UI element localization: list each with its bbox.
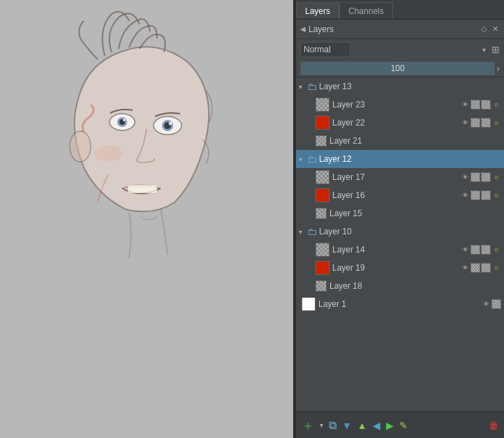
layer-thumb-layer19 [316, 261, 329, 275]
layer-icons-layer22: 👁 α [460, 118, 501, 128]
canvas-area [0, 0, 293, 438]
layer-icons-layer14: 👁 α [460, 245, 501, 255]
layer-options-icon[interactable]: ⊞ [491, 44, 500, 55]
layer-name-layer19: Layer 19 [332, 263, 460, 273]
folder-icon-layer12: 🗀 [307, 153, 317, 165]
mini-thumb1-layer19 [470, 263, 480, 273]
layer-thumb-layer21 [316, 135, 327, 146]
layer-item-layer21[interactable]: Layer 21 [296, 132, 504, 150]
layer-name-layer12: Layer 12 [319, 154, 501, 164]
layer-thumb-layer16 [316, 188, 329, 202]
blend-mode-select[interactable]: Normal Dissolve Multiply Screen Overlay [300, 42, 350, 57]
layer-name-layer16: Layer 16 [332, 190, 460, 200]
eye-icon-layer16[interactable]: 👁 [460, 190, 470, 200]
opacity-value: 100 [301, 63, 494, 73]
layer-list[interactable]: ▾ 🗀 Layer 13 Layer 23 👁 α Layer 22 👁 α [296, 77, 504, 411]
eye-icon-layer17[interactable]: 👁 [460, 172, 470, 182]
mini-thumb1-layer1 [491, 299, 501, 309]
svg-point-4 [123, 119, 126, 121]
layer-thumb-layer14 [316, 243, 329, 257]
add-layer-button[interactable]: ＋ [300, 416, 316, 435]
layer-name-layer17: Layer 17 [332, 172, 460, 182]
eye-icon-layer19[interactable]: 👁 [460, 263, 470, 273]
layer-name-layer23: Layer 23 [332, 100, 460, 110]
folder-icon-layer10: 🗀 [307, 226, 317, 237]
layer-item-layer1[interactable]: Layer 1 👁 [296, 295, 504, 313]
alpha-icon-layer17[interactable]: α [491, 172, 501, 182]
edit-layer-button[interactable]: ✎ [398, 418, 409, 432]
blend-mode-wrapper[interactable]: Normal Dissolve Multiply Screen Overlay [300, 42, 489, 57]
layer-item-layer16[interactable]: Layer 16 👁 α [296, 186, 504, 204]
layer-thumb-layer17 [316, 170, 329, 184]
mini-thumb1-layer14 [470, 245, 480, 255]
eye-icon-layer1[interactable]: 👁 [481, 299, 491, 309]
opacity-slider[interactable]: 100 [300, 61, 495, 75]
delete-layer-button[interactable]: 🗑 [487, 418, 500, 432]
mini-thumb2-layer23 [481, 100, 491, 110]
mini-thumb1-layer17 [470, 172, 480, 182]
panel-close-icon[interactable]: ✕ [491, 24, 500, 34]
mini-thumb2-layer14 [481, 245, 491, 255]
alpha-icon-layer22[interactable]: α [491, 118, 501, 128]
layer-group-layer10[interactable]: ▾ 🗀 Layer 10 [296, 222, 504, 241]
layer-thumb-layer23 [316, 98, 329, 112]
layer-group-layer13[interactable]: ▾ 🗀 Layer 13 [296, 77, 504, 96]
move-up-button[interactable]: ▲ [356, 418, 369, 432]
layer-icons-layer17: 👁 α [460, 172, 501, 182]
layer-thumb-layer18 [316, 280, 327, 292]
eye-icon-layer22[interactable]: 👁 [460, 118, 470, 128]
layer-name-layer1: Layer 1 [318, 299, 481, 309]
move-left-button[interactable]: ◀ [371, 418, 382, 432]
layer-thumb-layer15 [316, 208, 327, 219]
layer-item-layer15[interactable]: Layer 15 [296, 204, 504, 222]
panel-collapse-icon[interactable]: ◀ [300, 25, 306, 33]
layer-thumb-layer22 [316, 116, 329, 130]
layer-name-layer18: Layer 18 [329, 281, 501, 291]
collapse-arrow-layer10: ▾ [299, 228, 306, 236]
panel-title-label: Layers [309, 24, 334, 34]
eye-icon-layer14[interactable]: 👁 [460, 245, 470, 255]
layer-icons-layer16: 👁 α [460, 190, 501, 200]
collapse-arrow-layer13: ▾ [299, 83, 306, 91]
layer-name-layer15: Layer 15 [329, 209, 501, 218]
alpha-icon-layer14[interactable]: α [491, 245, 501, 255]
mini-thumb2-layer19 [481, 263, 491, 273]
duplicate-layer-button[interactable]: ⧉ [327, 418, 338, 433]
layer-item-layer22[interactable]: Layer 22 👁 α [296, 114, 504, 132]
layer-name-layer21: Layer 21 [329, 136, 501, 146]
folder-icon-layer13: 🗀 [307, 81, 317, 92]
panel-float-icon[interactable]: ◇ [480, 24, 488, 34]
eye-icon-layer23[interactable]: 👁 [460, 100, 470, 110]
layer-name-layer22: Layer 22 [332, 118, 460, 128]
alpha-icon-layer23[interactable]: α [491, 100, 501, 110]
mini-thumb1-layer23 [470, 100, 480, 110]
tab-channels[interactable]: Channels [339, 2, 393, 19]
layer-thumb-layer1 [302, 297, 316, 311]
layer-item-layer19[interactable]: Layer 19 👁 α [296, 259, 504, 277]
layer-group-layer12[interactable]: ▾ 🗀 Layer 12 [296, 150, 504, 168]
svg-rect-9 [128, 185, 157, 193]
svg-point-8 [169, 122, 172, 126]
layers-panel: Layers Channels ◀ Layers ◇ ✕ Normal Diss… [296, 0, 504, 438]
collapse-arrow-layer12: ▾ [299, 156, 306, 163]
alpha-icon-layer19[interactable]: α [491, 263, 501, 273]
opacity-chevron-icon[interactable]: › [496, 63, 500, 74]
add-layer-dropdown[interactable]: ▾ [318, 420, 325, 430]
bottom-toolbar: ＋ ▾ ⧉ ▼ ▲ ◀ ▶ ✎ 🗑 [296, 411, 504, 438]
blend-mode-row: Normal Dissolve Multiply Screen Overlay … [296, 39, 504, 60]
panel-title-area: ◀ Layers [300, 24, 334, 34]
tab-layers[interactable]: Layers [296, 2, 339, 19]
layer-name-layer13: Layer 13 [319, 82, 501, 91]
mini-thumb2-layer16 [481, 190, 491, 200]
svg-point-10 [70, 131, 91, 162]
tab-bar: Layers Channels [296, 0, 504, 20]
layer-item-layer18[interactable]: Layer 18 [296, 277, 504, 295]
layer-item-layer23[interactable]: Layer 23 👁 α [296, 96, 504, 114]
move-right-button[interactable]: ▶ [385, 418, 395, 432]
opacity-row: 100 › [296, 60, 504, 77]
alpha-icon-layer16[interactable]: α [491, 190, 501, 200]
layer-item-layer14[interactable]: Layer 14 👁 α [296, 241, 504, 259]
layer-item-layer17[interactable]: Layer 17 👁 α [296, 168, 504, 186]
move-down-button[interactable]: ▼ [341, 418, 353, 432]
layer-name-layer10: Layer 10 [319, 227, 501, 236]
